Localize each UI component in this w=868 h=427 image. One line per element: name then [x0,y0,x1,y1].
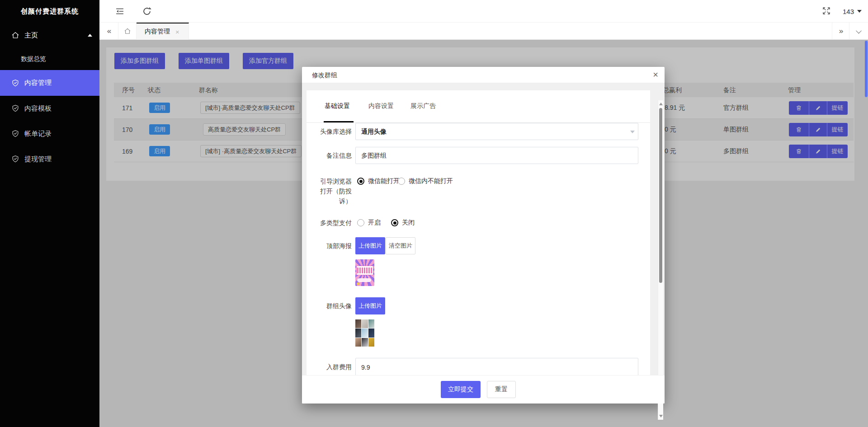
home-icon [123,27,132,35]
avatar-library-label: 头像库选择 [307,123,352,140]
radio-multi-pay-off[interactable]: 关闭 [391,219,415,227]
remark-input[interactable]: 多图群组 [355,147,638,164]
sidebar-item-content-template[interactable]: 内容模板 [0,96,99,121]
avatar-cell [355,338,361,347]
avatar-cell [355,319,361,328]
app-root: 创颜付费进群系统 主页 数据总览 内容管理 内容模板 [0,0,868,427]
close-icon[interactable]: × [653,69,658,80]
avatar-cell [368,319,374,328]
refresh-icon[interactable] [142,6,152,16]
radio-unselected-icon [357,219,364,226]
scroll-up-arrow-icon[interactable] [659,103,663,105]
app-title: 创颜付费进群系统 [0,0,99,23]
tabs-dropdown-button[interactable] [849,23,868,40]
sidebar: 创颜付费进群系统 主页 数据总览 内容管理 内容模板 [0,0,99,427]
top-poster-label: 顶部海报 [307,237,352,254]
modal-tabs: 基础设置 内容设置 展示广告 [307,97,650,116]
tab-bar: « 内容管理 × » [99,23,868,40]
radio-wechat-cannot-open[interactable]: 微信内不能打开 [398,177,453,185]
avatar-cell [362,338,368,347]
modal-header: 修改群组 × [302,67,665,83]
radio-wechat-can-open[interactable]: 微信能打开 [357,177,400,185]
chevron-down-icon [856,28,862,33]
reset-button[interactable]: 重置 [487,381,516,398]
shield-check-icon [11,155,20,164]
modal-body: 基础设置 内容设置 展示广告 头像库选择 通用头像 备注信息 多图群组 引导浏览… [302,83,665,375]
tab-content-management[interactable]: 内容管理 × [137,23,189,40]
modal-scrollbar[interactable] [658,100,663,420]
radio-unselected-icon [398,178,405,185]
tab-label: 内容管理 [145,28,170,36]
avatar-cell [368,338,374,347]
sidebar-item-label: 主页 [24,31,38,40]
poster-decoration-dot [357,282,359,285]
shield-check-icon [11,104,20,113]
scroll-down-arrow-icon[interactable] [659,415,663,418]
tabs-scroll-left-button[interactable]: « [99,23,118,40]
radio-selected-icon [391,219,398,226]
select-caret-icon [630,131,635,133]
avatar-cell [368,328,374,337]
shield-check-icon [11,129,20,138]
radio-label: 关闭 [402,219,415,227]
sidebar-item-label: 内容管理 [24,79,52,87]
clear-poster-button[interactable]: 清空图片 [386,237,415,254]
shield-check-icon [11,79,20,88]
radio-selected-icon [357,178,364,185]
radio-multi-pay-on[interactable]: 开启 [357,219,381,227]
modal-footer: 立即提交 重置 [302,375,665,404]
avatar-cell [362,319,368,328]
collapse-sidebar-icon[interactable] [115,6,125,16]
sidebar-item-label: 帐单记录 [24,130,52,138]
join-fee-input[interactable]: 9.9 [355,358,638,375]
caret-down-icon [857,10,862,13]
sidebar-item-withdrawal-management[interactable]: 提现管理 [0,146,99,172]
avatar-library-select[interactable]: 通用头像 [355,123,638,140]
edit-group-modal: 修改群组 × 基础设置 内容设置 展示广告 头像库选择 通用头像 备注信息 多图… [302,67,665,404]
poster-thumbnail[interactable] [355,259,374,286]
sidebar-item-home[interactable]: 主页 [0,23,99,48]
sidebar-item-billing-records[interactable]: 帐单记录 [0,121,99,146]
browser-guide-label: 引导浏览器打开（防投诉） [307,176,352,206]
tab-display-ads[interactable]: 展示广告 [410,97,436,114]
modal-scrollbar-thumb[interactable] [659,108,662,283]
group-avatar-label: 群组头像 [307,297,352,314]
join-fee-label: 入群费用 [307,358,352,375]
modal-title: 修改群组 [312,67,337,83]
radio-label: 开启 [368,219,381,227]
multi-pay-label: 多类型支付 [307,219,352,227]
sidebar-item-content-management[interactable]: 内容管理 [0,70,99,96]
radio-label: 微信能打开 [368,177,400,185]
radio-label: 微信内不能打开 [409,177,453,185]
page-zoom-value: 143 [843,8,854,15]
sidebar-item-label: 提现管理 [24,155,52,164]
tab-close-icon[interactable]: × [175,28,179,36]
modal-form-card: 基础设置 内容设置 展示广告 头像库选择 通用头像 备注信息 多图群组 引导浏览… [307,90,650,375]
upload-avatar-button[interactable]: 上传图片 [355,297,385,314]
avatar-cell [362,328,368,337]
sidebar-item-label: 数据总览 [21,55,46,63]
fullscreen-icon[interactable] [822,6,832,16]
poster-subtitle-pill [357,278,371,282]
sidebar-item-label: 内容模板 [24,104,52,113]
avatar-cell [355,328,361,337]
poster-title-band [356,266,373,275]
sidebar-item-data-overview[interactable]: 数据总览 [0,48,99,70]
submit-button[interactable]: 立即提交 [441,381,481,398]
group-avatar-thumbnail[interactable] [355,319,374,347]
upload-poster-button[interactable]: 上传图片 [355,237,385,254]
tab-basic-settings[interactable]: 基础设置 [325,97,350,114]
chevron-up-icon [88,34,92,37]
home-icon [11,31,20,40]
tab-content-settings[interactable]: 内容设置 [368,97,394,114]
page-zoom-dropdown[interactable]: 143 [843,0,862,23]
top-header-bar: 143 [99,0,868,23]
remark-label: 备注信息 [307,147,352,164]
home-tab[interactable] [118,23,137,40]
tabs-scroll-right-button[interactable]: » [832,23,849,40]
page-scrollbar-thumb[interactable] [865,41,868,97]
